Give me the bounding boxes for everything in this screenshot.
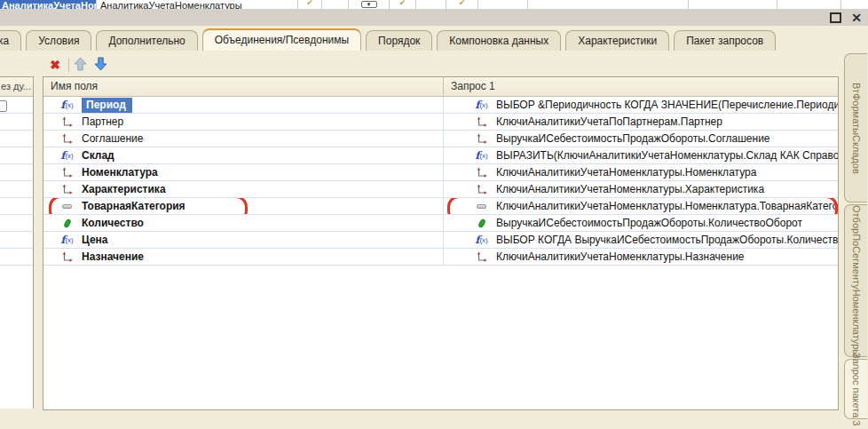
left-panel-empty-row	[0, 114, 33, 131]
close-icon[interactable]: ✕	[851, 11, 862, 25]
field-name-cell[interactable]: Партнер	[43, 114, 443, 131]
check-icon-cell[interactable]: ✔	[446, 0, 477, 9]
dim-icon	[474, 133, 489, 145]
right-vertical-tabs: ВтФорматыСкладовОтборПоСегментуНоменклат…	[841, 53, 868, 426]
dim-icon	[474, 167, 489, 179]
field-name-cell[interactable]: ТоварнаяКатегория	[43, 198, 443, 215]
dim-icon	[474, 251, 489, 263]
fields-table: Имя поля Запрос 1 f(x) Период f(x) ВЫБОР…	[43, 76, 839, 410]
dropdown-check-icon-cell[interactable]: ▼	[348, 0, 389, 9]
table-row[interactable]: f(x) Склад f(x) ВЫРАЗИТЬ(КлючиАналитикиУ…	[43, 147, 838, 164]
vertical-tab-Запрос пакета 3[interactable]: Запрос пакета 3	[844, 359, 867, 419]
column-header-query-1[interactable]: Запрос 1	[443, 77, 838, 96]
fx-icon: f(x)	[474, 149, 489, 162]
dim-icon	[59, 184, 75, 195]
table-row[interactable]: Номенклатура КлючиАналитикиУчетаНоменкла…	[43, 164, 838, 181]
move-up-icon[interactable]	[74, 57, 91, 73]
fx-icon: f(x)	[474, 99, 489, 111]
top-grid-selected-cell[interactable]: АналитикаУчетаНом...	[0, 0, 96, 9]
table-header: Имя поля Запрос 1	[43, 77, 838, 97]
top-grid-cell[interactable]	[688, 0, 777, 9]
table-row[interactable]: Характеристика КлючиАналитикиУчетаНоменк…	[43, 181, 838, 198]
tab-Объединения/Псевдонимы[interactable]: Объединения/Псевдонимы	[202, 28, 361, 51]
left-panel-empty-row	[0, 181, 33, 198]
query-expression-cell[interactable]: ВыручкаИСебестоимостьПродажОбороты.Колич…	[443, 215, 838, 232]
left-panel-empty-row	[0, 215, 33, 232]
left-panel-empty-row	[0, 147, 33, 164]
table-row[interactable]: Партнер КлючиАналитикиУчетаПоПартнерам.П…	[43, 114, 838, 131]
query-expression-cell[interactable]: КлючиАналитикиУчетаНоменклатуры.Номенкла…	[443, 198, 838, 215]
top-grid-cell[interactable]	[777, 0, 840, 9]
field-name-cell[interactable]: Номенклатура	[43, 164, 443, 181]
tab-Характеристики[interactable]: Характеристики	[565, 30, 669, 51]
maximize-icon[interactable]	[830, 12, 841, 23]
top-grid-cell[interactable]	[321, 0, 348, 9]
query-expression-cell[interactable]: f(x) ВЫБОР КОГДА ВыручкаИСебестоимостьПр…	[443, 232, 838, 249]
tab-Дополнительно[interactable]: Дополнительно	[96, 30, 197, 51]
eq-icon	[59, 204, 75, 209]
field-name-cell[interactable]: f(x) Склад	[43, 147, 443, 164]
table-row[interactable]: Назначение КлючиАналитикиУчетаНоменклату…	[43, 249, 838, 266]
vertical-tab-ОтборПоСегментуНоменклатуры[interactable]: ОтборПоСегментуНоменклатуры	[844, 204, 867, 357]
query-expression-cell[interactable]: f(x) ВЫРАЗИТЬ(КлючиАналитикиУчетаНоменкл…	[443, 147, 838, 164]
dim-icon	[59, 167, 75, 179]
left-panel-column-header: ез ду...	[0, 77, 33, 97]
top-grid-filler	[840, 0, 868, 9]
dim-icon	[59, 116, 75, 128]
dim-icon	[59, 251, 75, 263]
query-expression-cell[interactable]: КлючиАналитикиУчетаНоменклатуры.Номенкла…	[443, 164, 838, 181]
field-name-cell[interactable]: Характеристика	[43, 181, 443, 198]
query-expression-cell[interactable]: КлючиАналитикиУчетаНоменклатуры.Назначен…	[443, 249, 838, 266]
vertical-tab-ВтФорматыСкладов[interactable]: ВтФорматыСкладов	[844, 53, 867, 203]
left-panel-empty-row	[0, 164, 33, 181]
field-name-cell[interactable]: Количество	[43, 215, 443, 232]
field-name-cell[interactable]: f(x) Период	[43, 97, 443, 114]
top-grid-cell[interactable]	[415, 0, 446, 9]
query-expression-cell[interactable]: f(x) ВЫБОР &Периодичность КОГДА ЗНАЧЕНИЕ…	[443, 97, 838, 114]
table-row[interactable]: Количество ВыручкаИСебестоимостьПродажОб…	[43, 215, 838, 232]
query-expression-cell[interactable]: ВыручкаИСебестоимостьПродажОбороты.Согла…	[443, 131, 838, 147]
left-cropped-panel: ез ду...	[0, 76, 34, 409]
res-icon	[59, 218, 75, 229]
field-name-cell[interactable]: Назначение	[43, 249, 443, 266]
eq-icon	[474, 204, 489, 209]
table-row[interactable]: f(x) Цена f(x) ВЫБОР КОГДА ВыручкаИСебес…	[43, 232, 838, 249]
move-down-icon[interactable]	[94, 57, 112, 73]
query-expression-cell[interactable]: КлючиАналитикиУчетаНоменклатуры.Характер…	[443, 181, 838, 198]
checkbox[interactable]	[0, 100, 7, 112]
titlebar-strip: ✕	[0, 9, 868, 26]
check-icon-cell[interactable]: ✔	[297, 0, 321, 9]
delete-icon[interactable]: ✖	[46, 57, 64, 73]
top-grid-name-cell[interactable]: АналитикаУчетаНоменклатуры	[96, 0, 297, 9]
table-row[interactable]: ТоварнаяКатегория КлючиАналитикиУчетаНом…	[43, 198, 838, 215]
dim-icon	[474, 184, 489, 195]
top-grid-cell[interactable]	[527, 0, 688, 9]
field-name-cell[interactable]: Соглашение	[43, 131, 443, 147]
field-name-cell[interactable]: f(x) Цена	[43, 232, 443, 249]
tab-Условия[interactable]: Условия	[26, 30, 91, 51]
fx-icon: f(x)	[474, 234, 489, 246]
left-panel-empty-row	[0, 131, 33, 147]
table-row[interactable]: f(x) Период f(x) ВЫБОР &Периодичность КО…	[43, 97, 838, 114]
check-icon-cell[interactable]: ✔	[389, 0, 415, 9]
tab-Пакет запросов[interactable]: Пакет запросов	[674, 30, 776, 51]
tab-bar: каУсловияДополнительноОбъединения/Псевдо…	[0, 26, 868, 51]
left-panel-empty-row	[0, 232, 33, 249]
query-designer-panel: ✖ ез ду... Имя поля Запрос 1 f(x) Период…	[0, 51, 868, 429]
tab-Порядок[interactable]: Порядок	[366, 30, 432, 51]
fx-icon: f(x)	[59, 149, 75, 162]
fx-icon: f(x)	[59, 99, 75, 111]
dim-icon	[59, 133, 75, 145]
top-grid-row: АналитикаУчетаНом... АналитикаУчетаНомен…	[0, 0, 868, 9]
dim-icon	[474, 116, 489, 128]
tab-ка[interactable]: ка	[0, 30, 21, 51]
column-header-field-name[interactable]: Имя поля	[43, 77, 443, 96]
left-panel-empty-row	[0, 198, 33, 215]
table-row[interactable]: Соглашение ВыручкаИСебестоимостьПродажОб…	[43, 131, 838, 147]
tab-Компоновка данных[interactable]: Компоновка данных	[437, 30, 561, 51]
toolbar-divider	[68, 58, 69, 72]
query-expression-cell[interactable]: КлючиАналитикиУчетаПоПартнерам.Партнер	[443, 114, 838, 131]
top-grid-cell[interactable]	[477, 0, 527, 9]
fx-icon: f(x)	[59, 234, 75, 246]
res-icon	[474, 218, 489, 229]
